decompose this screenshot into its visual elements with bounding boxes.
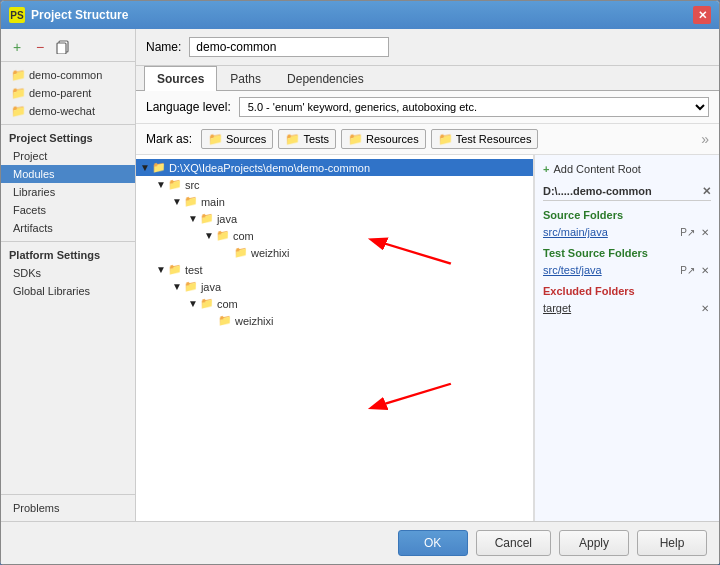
tree-item-test[interactable]: ▼ 📁 test: [136, 261, 533, 278]
mark-as-label: Mark as:: [146, 132, 192, 146]
language-level-row: Language level: 5.0 - 'enum' keyword, ge…: [136, 91, 719, 124]
add-module-button[interactable]: +: [7, 37, 27, 57]
main-area: Name: Sources Paths Dependencies Languag…: [136, 29, 719, 521]
folder-icon: 📁: [168, 178, 182, 191]
tree-item-java-test[interactable]: ▼ 📁 java: [136, 278, 533, 295]
sidebar-item-libraries[interactable]: Libraries: [1, 183, 135, 201]
close-path-icon[interactable]: ✕: [702, 185, 711, 198]
language-level-label: Language level:: [146, 100, 231, 114]
tab-content-sources: Language level: 5.0 - 'enum' keyword, ge…: [136, 91, 719, 521]
folder-icon: 📁: [184, 195, 198, 208]
sidebar-item-project[interactable]: Project: [1, 147, 135, 165]
tree-item-com1[interactable]: ▼ 📁 com: [136, 227, 533, 244]
tab-paths[interactable]: Paths: [217, 66, 274, 91]
mark-as-row: Mark as: 📁 Sources 📁 Tests 📁 Resources: [136, 124, 719, 155]
excluded-path-item: target ✕: [543, 301, 711, 315]
test-path[interactable]: src/test/java: [543, 264, 602, 276]
tree-item-com2[interactable]: ▼ 📁 com: [136, 295, 533, 312]
test-folder-icon: 📁: [184, 280, 198, 293]
excluded-folders-label: Excluded Folders: [543, 285, 711, 297]
sidebar-toolbar: + −: [1, 33, 135, 62]
tests-folder-icon: 📁: [285, 132, 300, 146]
expand-icon: ▼: [188, 213, 198, 224]
language-level-select[interactable]: 5.0 - 'enum' keyword, generics, autoboxi…: [239, 97, 709, 117]
sidebar-item-modules[interactable]: Modules: [1, 165, 135, 183]
sidebar-item-artifacts[interactable]: Artifacts: [1, 219, 135, 237]
source-remove-btn[interactable]: ✕: [699, 227, 711, 238]
app-icon: PS: [9, 7, 25, 23]
tree-item-weizhixi2[interactable]: 📁 weizhixi: [136, 312, 533, 329]
module-item-demo-parent[interactable]: 📁 demo-parent: [1, 84, 135, 102]
tree-item-main[interactable]: ▼ 📁 main: [136, 193, 533, 210]
source-path-icon: P↗: [678, 227, 697, 238]
source-folders-label: Source Folders: [543, 209, 711, 221]
resources-folder-icon: 📁: [348, 132, 363, 146]
folder-icon: 📁: [11, 104, 26, 118]
expand-icon: ▼: [156, 179, 166, 190]
test-path-icon: P↗: [678, 265, 697, 276]
mark-as-resources-button[interactable]: 📁 Resources: [341, 129, 426, 149]
sidebar-item-sdks[interactable]: SDKs: [1, 264, 135, 282]
source-folder-icon: 📁: [200, 212, 214, 225]
sidebar-item-global-libraries[interactable]: Global Libraries: [1, 282, 135, 300]
right-panel: + Add Content Root D:\.....demo-common ✕…: [534, 155, 719, 521]
tab-sources[interactable]: Sources: [144, 66, 217, 91]
mark-as-test-resources-button[interactable]: 📁 Test Resources: [431, 129, 539, 149]
svg-rect-1: [57, 43, 66, 54]
more-button[interactable]: »: [701, 131, 709, 147]
module-item-demo-common[interactable]: 📁 demo-common: [1, 66, 135, 84]
apply-button[interactable]: Apply: [559, 530, 629, 556]
folder-icon: 📁: [11, 86, 26, 100]
tree-root-item[interactable]: ▼ 📁 D:\XQ\IdeaProjects\demo\demo-common: [136, 159, 533, 176]
remove-module-button[interactable]: −: [30, 37, 50, 57]
module-item-demo-wechat[interactable]: 📁 demo-wechat: [1, 102, 135, 120]
test-resources-folder-icon: 📁: [438, 132, 453, 146]
excluded-remove-btn[interactable]: ✕: [699, 303, 711, 314]
folder-icon: 📁: [234, 246, 248, 259]
sidebar-item-facets[interactable]: Facets: [1, 201, 135, 219]
tree-item-java-main[interactable]: ▼ 📁 java: [136, 210, 533, 227]
mark-as-sources-button[interactable]: 📁 Sources: [201, 129, 273, 149]
split-area: ▼ 📁 D:\XQ\IdeaProjects\demo\demo-common …: [136, 155, 719, 521]
excluded-path[interactable]: target: [543, 302, 571, 314]
close-button[interactable]: ✕: [693, 6, 711, 24]
source-path-item: src/main/java P↗ ✕: [543, 225, 711, 239]
test-path-item: src/test/java P↗ ✕: [543, 263, 711, 277]
expand-icon: ▼: [156, 264, 166, 275]
source-path[interactable]: src/main/java: [543, 226, 608, 238]
help-button[interactable]: Help: [637, 530, 707, 556]
folder-icon: 📁: [218, 314, 232, 327]
tab-dependencies[interactable]: Dependencies: [274, 66, 377, 91]
tree-item-weizhixi1[interactable]: 📁 weizhixi: [136, 244, 533, 261]
folder-icon: 📁: [200, 297, 214, 310]
tabs-row: Sources Paths Dependencies: [136, 66, 719, 91]
expand-icon: ▼: [172, 196, 182, 207]
test-folders-label: Test Source Folders: [543, 247, 711, 259]
mark-as-tests-button[interactable]: 📁 Tests: [278, 129, 336, 149]
name-input[interactable]: [189, 37, 389, 57]
expand-icon: ▼: [188, 298, 198, 309]
titlebar: PS Project Structure ✕: [1, 1, 719, 29]
folder-icon: 📁: [216, 229, 230, 242]
bottom-bar: OK Cancel Apply Help: [1, 521, 719, 564]
divider: [1, 124, 135, 125]
add-content-root-button[interactable]: + Add Content Root: [543, 161, 711, 177]
content-area: + − 📁 demo-common 📁 demo-parent 📁: [1, 29, 719, 521]
name-label: Name:: [146, 40, 181, 54]
expand-icon: ▼: [140, 162, 150, 173]
right-path-title: D:\.....demo-common ✕: [543, 185, 711, 201]
cancel-button[interactable]: Cancel: [476, 530, 551, 556]
test-remove-btn[interactable]: ✕: [699, 265, 711, 276]
ok-button[interactable]: OK: [398, 530, 468, 556]
sources-folder-icon: 📁: [208, 132, 223, 146]
expand-icon: ▼: [172, 281, 182, 292]
plus-icon: +: [543, 163, 549, 175]
file-tree: ▼ 📁 D:\XQ\IdeaProjects\demo\demo-common …: [136, 155, 534, 521]
folder-icon: 📁: [11, 68, 26, 82]
project-structure-dialog: PS Project Structure ✕ + − 📁 demo: [0, 0, 720, 565]
sidebar: + − 📁 demo-common 📁 demo-parent 📁: [1, 29, 136, 521]
project-settings-header: Project Settings: [1, 129, 135, 147]
tree-item-src[interactable]: ▼ 📁 src: [136, 176, 533, 193]
sidebar-item-problems[interactable]: Problems: [1, 499, 135, 517]
copy-module-button[interactable]: [53, 37, 73, 57]
